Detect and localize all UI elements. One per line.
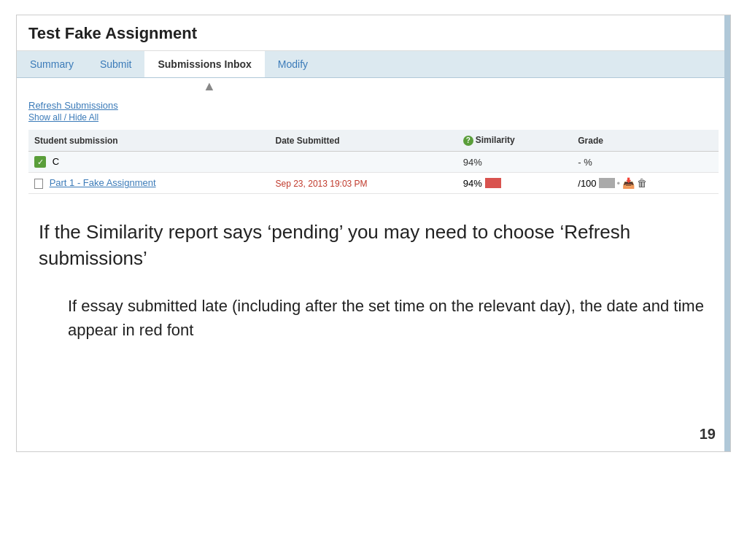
tab-submissions-inbox[interactable]: Submissions Inbox (144, 51, 264, 77)
tab-arrow-container: ▲ (17, 78, 730, 93)
show-hide-link[interactable]: Show all / Hide All (28, 112, 719, 122)
detail-file-label[interactable]: Part 1 - Fake Assignment (50, 177, 156, 188)
dot-icon: • (617, 178, 621, 189)
tab-submit[interactable]: Submit (87, 51, 145, 77)
table-row-group: ✓ C 94% - % (28, 152, 719, 173)
detail-similarity-pct: 94% (463, 178, 482, 189)
detail-grade-cell: /100 • 📥 🗑 (572, 173, 719, 194)
col-header-student: Student submission (28, 130, 270, 152)
table-row-detail: Part 1 - Fake Assignment Sep 23, 2013 19… (28, 173, 719, 194)
file-icon (34, 179, 43, 189)
refresh-submissions-link[interactable]: Refresh Submissions (28, 100, 719, 111)
group-similarity-cell: 94% (457, 152, 573, 173)
similarity-red-block (485, 178, 501, 188)
col-header-grade: Grade (572, 130, 719, 152)
detail-date-cell: Sep 23, 2013 19:03 PM (270, 173, 457, 194)
note-sub: If essay submitted late (including after… (68, 294, 708, 342)
group-name: C (53, 156, 59, 167)
group-date-cell (270, 152, 457, 173)
tab-bar: Summary Submit Submissions Inbox Modify (17, 51, 730, 78)
group-grade-val: - % (578, 157, 592, 168)
title-bar: Test Fake Assignment (17, 15, 730, 51)
tab-summary[interactable]: Summary (17, 51, 87, 77)
grade-bar: /100 • 📥 🗑 (578, 177, 647, 189)
right-border (724, 15, 730, 451)
col-header-date: Date Submitted (270, 130, 457, 152)
note-main: If the Similarity report says ‘pending’ … (39, 219, 708, 272)
submissions-area: Refresh Submissions Show all / Hide All … (17, 93, 730, 201)
page-title: Test Fake Assignment (28, 24, 719, 43)
group-grade-cell: - % (572, 152, 719, 173)
grade-gray-block (599, 178, 615, 188)
similarity-info-badge: ? (463, 136, 473, 146)
green-check-icon: ✓ (34, 156, 46, 168)
group-name-cell: ✓ C (28, 152, 270, 173)
slide-container: Test Fake Assignment Summary Submit Subm… (16, 15, 731, 452)
page-number: 19 (700, 426, 716, 443)
download-icon[interactable]: 📥 (622, 177, 635, 189)
tab-modify[interactable]: Modify (265, 51, 321, 77)
submissions-table: Student submission Date Submitted ?Simil… (28, 130, 719, 194)
tab-active-arrow: ▲ (203, 78, 216, 93)
delete-icon[interactable]: 🗑 (637, 177, 647, 189)
detail-date: Sep 23, 2013 19:03 PM (276, 179, 368, 189)
similarity-bar: 94% (463, 178, 501, 189)
table-header-row: Student submission Date Submitted ?Simil… (28, 130, 719, 152)
detail-file-cell: Part 1 - Fake Assignment (28, 173, 270, 194)
detail-grade-prefix: /100 (578, 178, 596, 189)
col-header-similarity: ?Similarity (457, 130, 573, 152)
group-similarity-pct: 94% (463, 157, 482, 168)
detail-similarity-cell: 94% (457, 173, 573, 194)
slide-notes: If the Similarity report says ‘pending’ … (17, 201, 730, 349)
